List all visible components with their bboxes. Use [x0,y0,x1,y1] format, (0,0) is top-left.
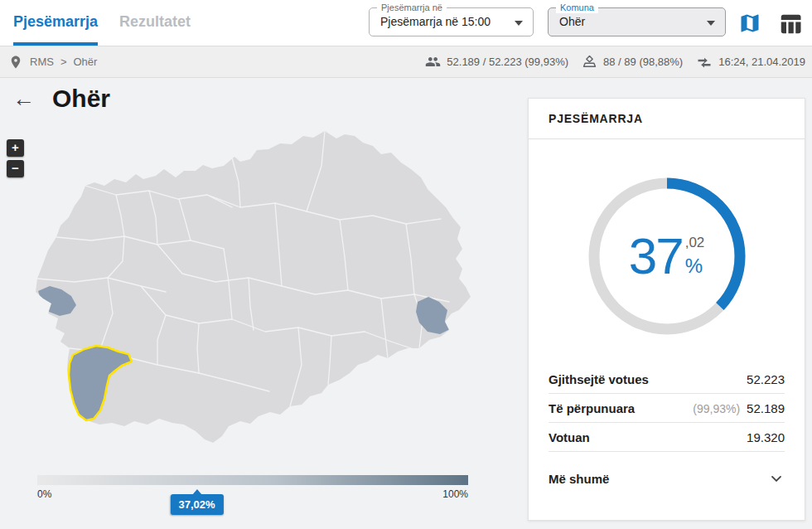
show-more-label: Më shumë [549,472,609,486]
stat-label: Votuan [549,430,590,444]
panel-stats: Gjithsejtë votues 52.223 Të përpunuara (… [549,365,785,452]
show-more-button[interactable]: Më shumë [549,470,785,487]
table-view-icon[interactable] [778,12,803,36]
tab-pjesemarrja[interactable]: Pjesëmarrja [13,0,98,46]
location-pin-icon [8,55,23,70]
participation-panel: PJESËMARRJA 37 ,02 % Gjithsejtë votue [528,98,805,521]
legend-min-label: 0% [37,488,51,500]
breadcrumb-current: Ohër [73,56,97,68]
ballot-box-icon [582,54,597,70]
stat-value: 52.223 [747,372,785,386]
stat-label: Të përpunuara [549,401,635,415]
status-bar: RMS > Ohër 52.189 / 52.223 (99,93%) 88 /… [0,46,812,78]
stat-row-processed: Të përpunuara (99,93%) 52.189 [549,394,785,423]
panel-header: PJESËMARRJA [529,99,805,139]
komuna-filter-dropdown[interactable]: Komuna Ohër [548,7,726,36]
chevron-down-icon [515,21,523,30]
sync-arrows-icon [696,54,713,70]
time-filter-label: Pjesëmarrja në [377,2,447,13]
stat-note: (99,93%) [693,402,740,415]
participation-donut: 37 ,02 % [588,177,746,335]
stat-value: 19.320 [747,430,785,444]
app-root: Pjesëmarrja Rezultatet Pjesëmarrja në Pj… [0,0,812,529]
stat-row-voted: Votuan 19.320 [549,423,785,452]
chevron-down-icon [768,470,785,487]
main-tabs: Pjesëmarrja Rezultatet [13,0,191,46]
donut-value-decimal: ,02 [685,235,705,250]
legend-tooltip[interactable]: 37,02% [170,494,223,515]
chevron-down-icon [707,21,715,30]
donut-percent-sign: % [685,256,705,276]
status-stats: 52.189 / 52.223 (99,93%) 88 / 89 (98,88%… [412,54,805,70]
stat-label: Gjithsejtë votues [549,372,649,386]
map-zoom-out-button[interactable]: − [7,160,24,177]
map-zoom-in-button[interactable]: + [7,139,24,157]
voters-processed-value: 52.189 / 52.223 (99,93%) [447,56,568,68]
page-title: Ohër [52,85,110,113]
tab-rezultatet[interactable]: Rezultatet [119,0,191,46]
legend-max-label: 100% [442,488,468,500]
stat-value: 52.189 [747,401,785,415]
back-arrow-button[interactable]: ← [12,88,35,110]
voters-processed-stat: 52.189 / 52.223 (99,93%) [425,54,568,70]
main-content: ← Ohër + − [0,78,812,529]
donut-value-integer: 37 [629,231,683,282]
polling-stations-value: 88 / 89 (98,88%) [603,56,683,68]
title-row: ← Ohër [12,85,110,113]
legend-labels: 0% 100% [37,488,468,500]
legend-gradient-bar [37,475,468,485]
stat-row-total-voters: Gjithsejtë votues 52.223 [549,365,785,394]
breadcrumb: RMS > Ohër [8,55,97,70]
map-view-icon[interactable] [738,12,761,35]
breadcrumb-separator: > [60,56,67,68]
time-filter-dropdown[interactable]: Pjesëmarrja në Pjesëmarrja në 15:00 [369,7,534,36]
donut-value: 37 ,02 % [588,177,746,335]
participation-scale-legend: 0% 100% 37,02% [37,475,468,500]
panel-title: PJESËMARRJA [549,112,643,125]
top-header: Pjesëmarrja Rezultatet Pjesëmarrja në Pj… [0,0,812,46]
voters-icon [425,54,441,70]
last-update-stat: 16:24, 21.04.2019 [696,54,805,70]
macedonia-municipalities-map[interactable] [33,116,481,464]
polling-stations-stat: 88 / 89 (98,88%) [582,54,683,70]
komuna-filter-label: Komuna [556,2,598,13]
last-update-value: 16:24, 21.04.2019 [718,56,805,68]
breadcrumb-root[interactable]: RMS [30,56,54,68]
